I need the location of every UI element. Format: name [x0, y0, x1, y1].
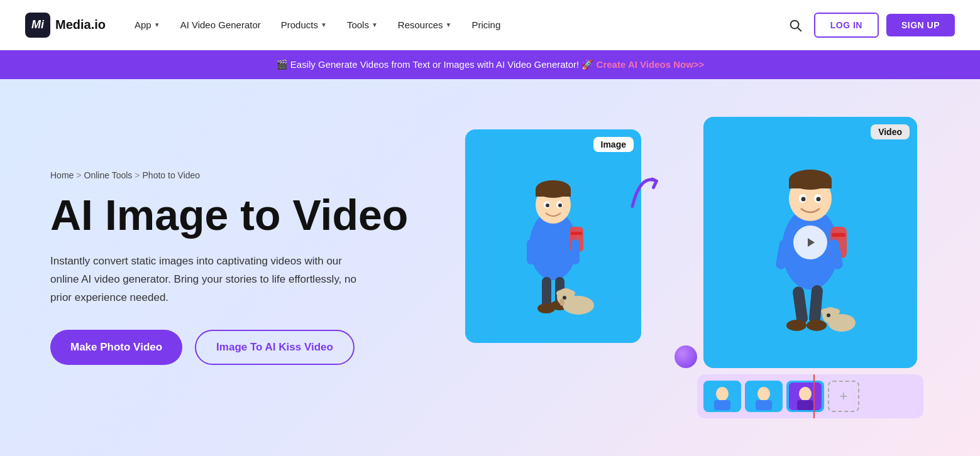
svg-point-50 — [757, 387, 770, 401]
svg-point-32 — [801, 197, 806, 202]
svg-point-33 — [817, 197, 821, 202]
hero-left: Home > Online Tools > Photo to Video AI … — [50, 170, 427, 365]
character-image-svg — [490, 145, 616, 327]
timeline-thumb-1 — [703, 381, 741, 412]
hero-description: Instantly convert static images into cap… — [50, 252, 365, 307]
timeline-thumb-3 — [786, 381, 824, 412]
hero-section: Home > Online Tools > Photo to Video AI … — [0, 79, 980, 456]
make-photo-video-button[interactable]: Make Photo Video — [50, 330, 182, 365]
nav-item-app[interactable]: App ▼ — [126, 14, 169, 35]
breadcrumb-home[interactable]: Home — [50, 170, 74, 180]
svg-point-23 — [559, 298, 564, 306]
svg-point-20 — [556, 290, 565, 296]
nav-item-resources[interactable]: Resources ▼ — [389, 14, 461, 35]
video-badge: Video — [871, 124, 910, 139]
svg-point-47 — [716, 387, 729, 401]
nav-item-ai-video-generator[interactable]: AI Video Generator — [172, 14, 270, 35]
nav-item-products[interactable]: Products ▼ — [272, 14, 336, 35]
svg-point-37 — [807, 320, 827, 331]
svg-rect-7 — [536, 189, 571, 197]
svg-rect-48 — [714, 400, 730, 410]
svg-rect-51 — [756, 400, 772, 410]
nav-actions: LOG IN SIGN UP — [784, 13, 955, 38]
image-badge: Image — [593, 137, 634, 152]
svg-line-1 — [798, 28, 801, 31]
ball-decoration — [674, 345, 697, 368]
breadcrumb: Home > Online Tools > Photo to Video — [50, 170, 427, 180]
hero-title: AI Image to Video — [50, 193, 427, 237]
breadcrumb-online-tools[interactable]: Online Tools — [84, 170, 133, 180]
signup-button[interactable]: SIGN UP — [886, 14, 955, 36]
svg-marker-45 — [808, 238, 815, 247]
svg-point-11 — [558, 204, 562, 207]
svg-rect-34 — [792, 286, 808, 325]
timeline-thumb-2 — [745, 381, 783, 412]
login-button[interactable]: LOG IN — [814, 13, 879, 38]
logo-icon: Mi — [25, 13, 50, 38]
svg-point-10 — [546, 204, 549, 207]
svg-rect-4 — [571, 232, 582, 235]
breadcrumb-current: Photo to Video — [143, 170, 201, 180]
svg-rect-16 — [527, 239, 536, 264]
svg-point-21 — [566, 290, 575, 296]
timeline-playhead — [813, 374, 815, 418]
nav-items: App ▼ AI Video Generator Products ▼ Tool… — [126, 14, 784, 35]
chevron-down-icon: ▼ — [446, 21, 452, 28]
promo-text: 🎬 Easily Generate Videos from Text or Im… — [276, 59, 597, 70]
svg-rect-54 — [797, 400, 813, 410]
timeline-bar: + — [697, 374, 923, 418]
video-card: Video — [703, 117, 917, 368]
navbar: Mi Media.io App ▼ AI Video Generator Pro… — [0, 0, 980, 50]
logo-text: Media.io — [55, 18, 106, 32]
promo-banner: 🎬 Easily Generate Videos from Text or Im… — [0, 50, 980, 79]
breadcrumb-sep1: > — [76, 170, 81, 180]
chevron-down-icon: ▼ — [372, 21, 378, 28]
image-to-ai-kiss-video-button[interactable]: Image To AI Kiss Video — [195, 330, 355, 365]
logo[interactable]: Mi Media.io — [25, 13, 106, 38]
promo-cta-link[interactable]: Create AI Videos Now>> — [597, 59, 705, 70]
svg-point-36 — [786, 320, 807, 331]
nav-item-tools[interactable]: Tools ▼ — [338, 14, 387, 35]
svg-rect-26 — [832, 233, 845, 237]
nav-item-pricing[interactable]: Pricing — [463, 14, 509, 35]
play-button[interactable] — [793, 225, 827, 259]
svg-rect-17 — [571, 239, 580, 264]
image-card: Image — [465, 129, 641, 343]
hero-illustration: Image — [427, 117, 930, 418]
svg-rect-35 — [808, 285, 823, 324]
hero-buttons: Make Photo Video Image To AI Kiss Video — [50, 330, 427, 365]
chevron-down-icon: ▼ — [154, 21, 160, 28]
svg-point-53 — [799, 387, 812, 401]
chevron-down-icon: ▼ — [321, 21, 327, 28]
svg-point-44 — [827, 313, 830, 317]
search-icon[interactable] — [784, 14, 807, 36]
svg-point-43 — [831, 308, 840, 315]
timeline-add-button[interactable]: + — [828, 381, 859, 412]
svg-rect-29 — [789, 180, 832, 188]
breadcrumb-sep2: > — [135, 170, 140, 180]
